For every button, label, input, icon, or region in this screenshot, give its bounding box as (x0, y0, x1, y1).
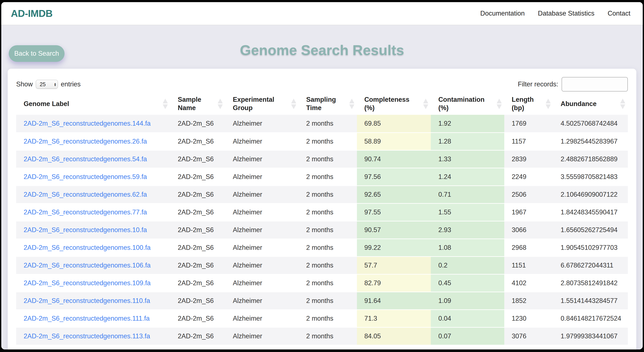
completeness-cell: 82.79 (357, 274, 431, 292)
column-header-label: Length (bp) (512, 96, 534, 112)
sampling-time-cell: 2 months (299, 203, 357, 221)
experimental-group-cell: Alzheimer (225, 256, 299, 274)
completeness-cell: 58.89 (357, 132, 431, 150)
table-row: 2AD-2m_S6_reconstructedgenomes.110.fa 2A… (16, 292, 628, 309)
length-cell: 1769 (504, 115, 553, 132)
experimental-group-cell: Alzheimer (225, 132, 299, 150)
sampling-time-cell: 2 months (299, 150, 357, 168)
genome-label-link[interactable]: 2AD-2m_S6_reconstructedgenomes.144.fa (24, 120, 150, 127)
filter-records-input[interactable] (562, 77, 628, 92)
abundance-cell: 1.55141443284577 (553, 292, 628, 309)
abundance-cell: 2.48826718562889 (553, 150, 628, 168)
sample-name-cell: 2AD-2m_S6 (170, 115, 225, 132)
nav-link-documentation[interactable]: Documentation (480, 10, 525, 17)
completeness-cell: 92.65 (357, 186, 431, 203)
length-cell: 1852 (504, 292, 553, 309)
sampling-time-cell: 2 months (299, 256, 357, 274)
genome-label-cell: 2AD-2m_S6_reconstructedgenomes.62.fa (16, 186, 170, 203)
table-row: 2AD-2m_S6_reconstructedgenomes.109.fa 2A… (16, 274, 628, 292)
sampling-time-cell: 2 months (299, 221, 357, 239)
nav-link-contact[interactable]: Contact (608, 10, 630, 17)
genome-label-cell: 2AD-2m_S6_reconstructedgenomes.110.fa (16, 292, 170, 309)
contamination-cell: 1.92 (431, 115, 504, 132)
experimental-group-cell: Alzheimer (225, 292, 299, 309)
experimental-group-cell: Alzheimer (225, 115, 299, 132)
genome-label-link[interactable]: 2AD-2m_S6_reconstructedgenomes.54.fa (24, 155, 147, 163)
app-logo[interactable]: AD-IMDB (11, 8, 52, 19)
completeness-cell: 97.56 (357, 168, 431, 186)
genome-label-cell: 2AD-2m_S6_reconstructedgenomes.59.fa (16, 168, 170, 186)
genome-label-cell: 2AD-2m_S6_reconstructedgenomes.100.fa (16, 239, 170, 256)
length-cell: 2249 (504, 168, 553, 186)
contamination-cell: 0.07 (431, 327, 504, 345)
contamination-cell: 1.28 (431, 132, 504, 150)
select-stepper-icon: ▴▾ (54, 82, 56, 86)
sort-icon (218, 99, 223, 109)
length-cell: 2968 (504, 239, 553, 256)
sort-icon (620, 99, 625, 109)
length-cell: 2839 (504, 150, 553, 168)
abundance-cell: 2.80735812491842 (553, 274, 628, 292)
column-header-sample-name[interactable]: Sample Name (170, 93, 225, 115)
sample-name-cell: 2AD-2m_S6 (170, 292, 225, 309)
column-header-length[interactable]: Length (bp) (504, 93, 553, 115)
sample-name-cell: 2AD-2m_S6 (170, 203, 225, 221)
column-header-experimental-group[interactable]: Experimental Group (225, 93, 299, 115)
experimental-group-cell: Alzheimer (225, 186, 299, 203)
experimental-group-cell: Alzheimer (225, 203, 299, 221)
sort-icon (546, 99, 551, 109)
sampling-time-cell: 2 months (299, 239, 357, 256)
table-row: 2AD-2m_S6_reconstructedgenomes.10.fa 2AD… (16, 221, 628, 239)
length-cell: 1967 (504, 203, 553, 221)
column-header-sampling-time[interactable]: Sampling Time (299, 93, 357, 115)
column-header-genome-label[interactable]: Genome Label (16, 93, 170, 115)
experimental-group-cell: Alzheimer (225, 239, 299, 256)
genome-label-link[interactable]: 2AD-2m_S6_reconstructedgenomes.10.fa (24, 226, 147, 234)
sample-name-cell: 2AD-2m_S6 (170, 327, 225, 345)
completeness-cell: 84.05 (357, 327, 431, 345)
genome-label-link[interactable]: 2AD-2m_S6_reconstructedgenomes.109.fa (24, 279, 150, 287)
sample-name-cell: 2AD-2m_S6 (170, 239, 225, 256)
back-to-search-button[interactable]: Back to Search (9, 45, 64, 62)
genome-label-link[interactable]: 2AD-2m_S6_reconstructedgenomes.100.fa (24, 244, 150, 251)
nav-link-database-statistics[interactable]: Database Statistics (538, 10, 594, 17)
genome-label-link[interactable]: 2AD-2m_S6_reconstructedgenomes.77.fa (24, 209, 147, 216)
column-header-completeness[interactable]: Completeness (%) (357, 93, 431, 115)
sort-icon (497, 99, 502, 109)
abundance-cell: 2.10646909007122 (553, 186, 628, 203)
length-cell: 2506 (504, 186, 553, 203)
genome-label-link[interactable]: 2AD-2m_S6_reconstructedgenomes.62.fa (24, 191, 147, 198)
abundance-cell: 1.65605262725494 (553, 221, 628, 239)
genome-label-link[interactable]: 2AD-2m_S6_reconstructedgenomes.59.fa (24, 173, 147, 181)
sampling-time-cell: 2 months (299, 132, 357, 150)
table-body: 2AD-2m_S6_reconstructedgenomes.144.fa 2A… (16, 115, 628, 345)
sample-name-cell: 2AD-2m_S6 (170, 309, 225, 327)
genome-label-link[interactable]: 2AD-2m_S6_reconstructedgenomes.111.fa (24, 315, 150, 322)
contamination-cell: 0.2 (431, 256, 504, 274)
column-header-label: Sampling Time (306, 96, 336, 112)
genome-label-cell: 2AD-2m_S6_reconstructedgenomes.106.fa (16, 256, 170, 274)
length-cell: 4102 (504, 274, 553, 292)
experimental-group-cell: Alzheimer (225, 309, 299, 327)
table-row: 2AD-2m_S6_reconstructedgenomes.111.fa 2A… (16, 309, 628, 327)
table-header-row: Genome Label Sample Name Experimental Gr… (16, 93, 628, 115)
abundance-cell: 1.90545102977703 (553, 239, 628, 256)
genome-label-link[interactable]: 2AD-2m_S6_reconstructedgenomes.113.fa (24, 332, 150, 340)
table-row: 2AD-2m_S6_reconstructedgenomes.77.fa 2AD… (16, 203, 628, 221)
table-row: 2AD-2m_S6_reconstructedgenomes.106.fa 2A… (16, 256, 628, 274)
column-header-contamination[interactable]: Contamination (%) (431, 93, 504, 115)
genome-label-link[interactable]: 2AD-2m_S6_reconstructedgenomes.26.fa (24, 138, 147, 145)
results-table: Genome Label Sample Name Experimental Gr… (16, 93, 628, 345)
abundance-cell: 3.55598705821483 (553, 168, 628, 186)
genome-label-cell: 2AD-2m_S6_reconstructedgenomes.144.fa (16, 115, 170, 132)
contamination-cell: 1.24 (431, 168, 504, 186)
sample-name-cell: 2AD-2m_S6 (170, 168, 225, 186)
column-header-label: Contamination (%) (438, 96, 484, 112)
genome-label-link[interactable]: 2AD-2m_S6_reconstructedgenomes.110.fa (24, 297, 150, 304)
genome-label-cell: 2AD-2m_S6_reconstructedgenomes.10.fa (16, 221, 170, 239)
entries-per-page-select[interactable]: 25 ▴▾ (36, 80, 58, 89)
contamination-cell: 1.09 (431, 292, 504, 309)
column-header-label: Sample Name (178, 96, 201, 112)
genome-label-link[interactable]: 2AD-2m_S6_reconstructedgenomes.106.fa (24, 262, 150, 269)
column-header-abundance[interactable]: Abundance (553, 93, 628, 115)
